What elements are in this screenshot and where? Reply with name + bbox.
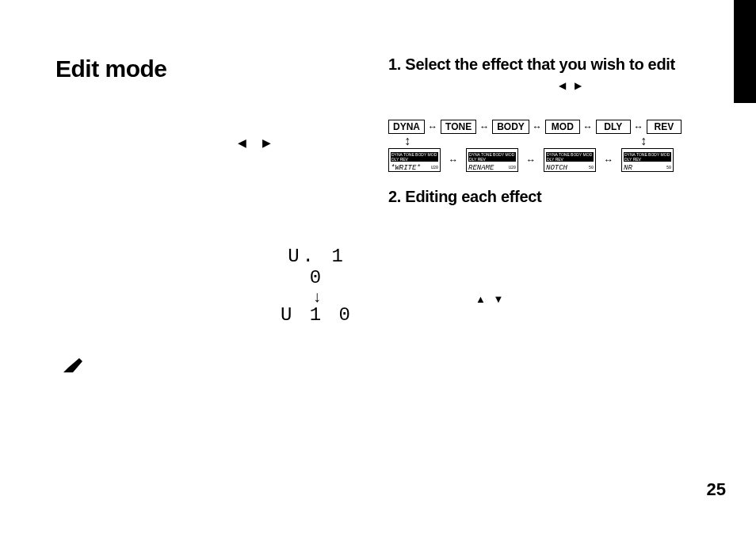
screen-sub-text: 50	[589, 166, 594, 170]
step1-heading: 1. Select the effect that you wish to ed…	[388, 55, 705, 74]
knob-icon: ☾	[666, 157, 671, 163]
step2-arrows: ▲ ▼	[475, 293, 705, 305]
screens-row: DYNA TONE BODY MOD DLY REV *WRITE* U20 ↔…	[388, 148, 705, 172]
effect-chain-diagram: DYNA ↔ TONE ↔ BODY ↔ MOD ↔ DLY ↔ REV ↕ .…	[388, 120, 705, 172]
screen-main-text: NR	[624, 164, 671, 172]
effect-box-mod: MOD	[545, 120, 580, 134]
h-connector-icon: ↔	[583, 121, 593, 132]
h-connector-icon: ↔	[526, 155, 536, 166]
v-connector-icon: ↕	[388, 135, 426, 147]
v-connector-icon: ↕	[628, 135, 659, 147]
screen-sub-text: U20	[509, 166, 516, 170]
lcd-screen-notch: DYNA TONE BODY MOD DLY REV NOTCH ☾ 50	[544, 148, 596, 172]
knob-icon: ☾	[589, 157, 594, 163]
h-connector-icon: ↔	[533, 121, 542, 132]
effect-box-body: BODY	[492, 120, 529, 134]
lcd-display-block: U. 1 0 ↓ U 1 0	[277, 246, 357, 326]
lcd-after: U 1 0	[277, 304, 357, 326]
vertical-connectors-row: ↕ . . . . . . . . . ↕	[388, 135, 705, 147]
screen-header: DYNA TONE BODY MOD DLY REV	[468, 152, 516, 162]
screen-main-text: NOTCH	[546, 164, 594, 172]
h-connector-icon: ↔	[634, 121, 643, 132]
lcd-before: U. 1 0	[277, 246, 357, 288]
lcd-screen-rename: DYNA TONE BODY MOD DLY REV RENAME U20	[466, 148, 518, 172]
screen-header: DYNA TONE BODY MOD DLY REV	[624, 152, 671, 162]
effect-box-dyna: DYNA	[388, 120, 425, 134]
effects-boxes-row: DYNA ↔ TONE ↔ BODY ↔ MOD ↔ DLY ↔ REV	[388, 120, 705, 134]
down-arrow-icon: ↓	[277, 288, 357, 304]
effect-box-rev: REV	[647, 120, 682, 134]
left-right-arrows: ◀ ▶	[238, 136, 277, 149]
screen-header: DYNA TONE BODY MOD DLY REV	[391, 152, 438, 162]
h-connector-icon: ↔	[479, 121, 489, 132]
screen-sub-text: 50	[666, 166, 671, 170]
note-pencil-icon	[62, 357, 84, 377]
effect-box-tone: TONE	[441, 120, 476, 134]
right-column: 1. Select the effect that you wish to ed…	[388, 55, 705, 305]
screen-header: DYNA TONE BODY MOD DLY REV	[546, 152, 594, 162]
page-title: Edit mode	[55, 55, 365, 82]
lcd-screen-nr: DYNA TONE BODY MOD DLY REV NR ☾ 50	[621, 148, 674, 172]
page-edge-tab	[734, 0, 756, 103]
page-number: 25	[707, 479, 726, 500]
step1-arrows: ◀ ▶	[559, 80, 705, 91]
left-column: Edit mode ◀ ▶ U. 1 0 ↓ U 1 0	[55, 55, 365, 82]
h-connector-icon: ↔	[449, 155, 458, 166]
h-connector-icon: ↔	[604, 155, 613, 166]
lcd-screen-write: DYNA TONE BODY MOD DLY REV *WRITE* U20	[388, 148, 441, 172]
step2-heading: 2. Editing each effect	[388, 188, 705, 206]
h-connector-icon: ↔	[428, 121, 437, 132]
screen-sub-text: U20	[431, 166, 438, 170]
effect-box-dly: DLY	[596, 120, 631, 134]
